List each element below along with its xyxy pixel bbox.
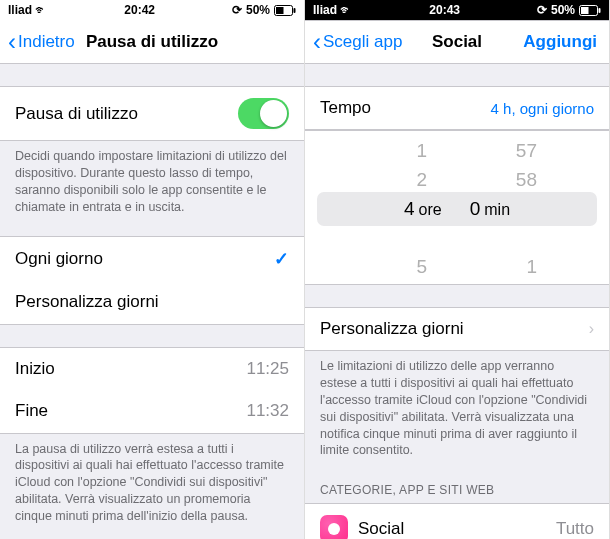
start-value: 11:25 (246, 359, 289, 379)
status-bar: Iliad ᯤ 20:43 ⟳ 50% (305, 0, 609, 20)
chevron-right-icon: › (589, 320, 594, 338)
chevron-left-icon: ‹ (313, 30, 321, 54)
times-footer: La pausa di utilizzo verrà estesa a tutt… (0, 434, 304, 535)
wifi-icon: ᯤ (35, 3, 47, 17)
categories-header: CATEGORIE, APP E SITI WEB (305, 469, 609, 503)
back-label: Scegli app (323, 32, 402, 52)
time-picker[interactable]: 1 2 3 x 5 6 57 58 59 x 1 2 4ore 0 (305, 130, 609, 285)
time-row[interactable]: Tempo 4 h, ogni giorno (305, 86, 609, 130)
picker-selection: 4ore 0min (317, 192, 597, 226)
carrier-label: Iliad (313, 3, 337, 17)
status-carrier: Iliad ᯤ (313, 3, 352, 17)
status-bar: Iliad ᯤ 20:42 ⟳ 50% (0, 0, 304, 20)
social-icon (320, 515, 348, 539)
custom-days-label: Personalizza giorni (320, 319, 464, 339)
every-day-row[interactable]: Ogni giorno ✓ (0, 236, 304, 282)
custom-days-row[interactable]: Personalizza giorni › (305, 307, 609, 351)
downtime-toggle[interactable] (238, 98, 289, 129)
back-button[interactable]: ‹ Indietro (0, 30, 75, 54)
back-button[interactable]: ‹ Scegli app (305, 30, 402, 54)
end-value: 11:32 (246, 401, 289, 421)
svg-rect-1 (276, 7, 284, 14)
svg-rect-5 (599, 8, 601, 13)
category-row[interactable]: Social Tutto (305, 503, 609, 539)
checkmark-icon: ✓ (274, 248, 289, 270)
nav-bar: ‹ Indietro Pausa di utilizzo (0, 20, 304, 64)
custom-days-row[interactable]: Personalizza giorni (0, 281, 304, 325)
toggle-footer: Decidi quando impostare limitazioni di u… (0, 141, 304, 226)
rotation-lock-icon: ⟳ (537, 3, 547, 17)
category-name: Social (358, 519, 404, 539)
svg-rect-4 (581, 7, 589, 14)
add-button[interactable]: Aggiungi (523, 32, 597, 52)
end-time-row[interactable]: Fine 11:32 (0, 390, 304, 434)
content: Pausa di utilizzo Decidi quando impostar… (0, 64, 304, 539)
svg-rect-2 (294, 8, 296, 13)
end-label: Fine (15, 401, 48, 421)
start-label: Inizio (15, 359, 55, 379)
nav-bar: ‹ Scegli app Social Aggiungi (305, 20, 609, 64)
battery-pct: 50% (551, 3, 575, 17)
every-day-label: Ogni giorno (15, 249, 103, 269)
battery-icon (274, 5, 296, 16)
back-label: Indietro (18, 32, 75, 52)
status-time: 20:43 (429, 3, 460, 17)
toggle-label: Pausa di utilizzo (15, 104, 138, 124)
carrier-label: Iliad (8, 3, 32, 17)
wifi-icon: ᯤ (340, 3, 352, 17)
battery-pct: 50% (246, 3, 270, 17)
rotation-lock-icon: ⟳ (232, 3, 242, 17)
battery-icon (579, 5, 601, 16)
time-label: Tempo (320, 98, 371, 118)
right-screen: Iliad ᯤ 20:43 ⟳ 50% ‹ Scegli app Social … (305, 0, 610, 539)
time-value: 4 h, ogni giorno (491, 100, 594, 117)
custom-days-label: Personalizza giorni (15, 292, 159, 312)
left-screen: Iliad ᯤ 20:42 ⟳ 50% ‹ Indietro Pausa di … (0, 0, 305, 539)
category-detail: Tutto (556, 519, 594, 539)
start-time-row[interactable]: Inizio 11:25 (0, 347, 304, 391)
status-time: 20:42 (124, 3, 155, 17)
downtime-toggle-row[interactable]: Pausa di utilizzo (0, 86, 304, 141)
content: Tempo 4 h, ogni giorno 1 2 3 x 5 6 57 58… (305, 64, 609, 539)
status-carrier: Iliad ᯤ (8, 3, 47, 17)
chevron-left-icon: ‹ (8, 30, 16, 54)
limits-footer: Le limitazioni di utilizzo delle app ver… (305, 351, 609, 469)
